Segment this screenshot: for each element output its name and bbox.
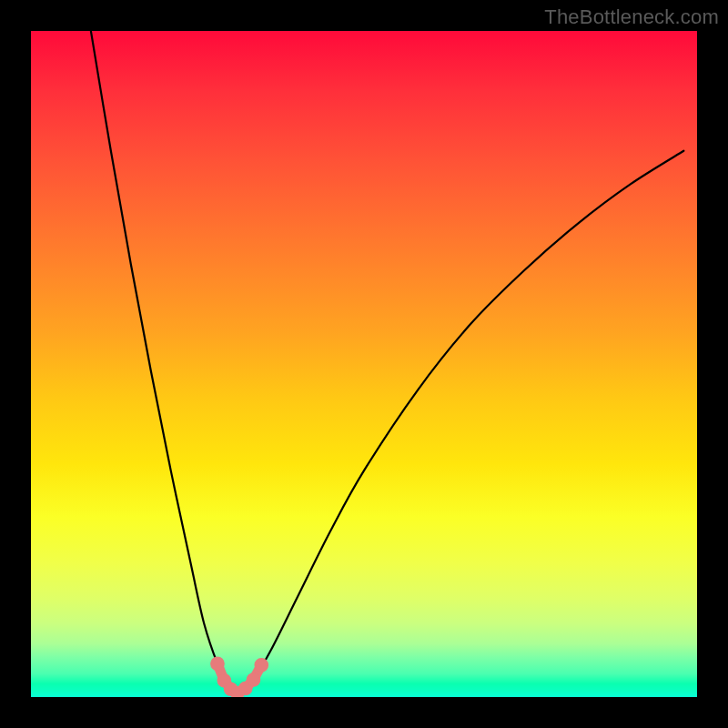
curve-layer: [31, 31, 697, 697]
bottleneck-curve: [91, 31, 683, 693]
trough-dot: [211, 657, 225, 671]
trough-dots-group: [211, 657, 268, 697]
trough-dot: [247, 673, 260, 687]
watermark-credit: TheBottleneck.com: [544, 5, 719, 29]
chart-container: TheBottleneck.com: [0, 0, 728, 728]
plot-area: [31, 31, 697, 697]
trough-dot: [255, 659, 268, 672]
